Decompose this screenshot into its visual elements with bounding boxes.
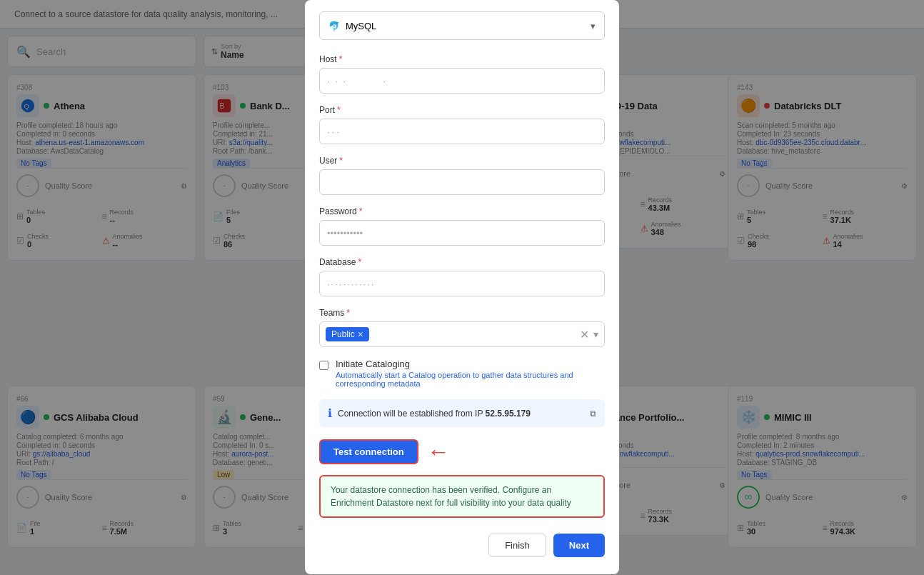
info-text: Connection will be established from IP 5… xyxy=(338,409,531,419)
test-connection-row: Test connection ← xyxy=(305,433,619,471)
finish-button[interactable]: Finish xyxy=(488,534,546,557)
password-label: Password xyxy=(319,206,357,216)
port-label: Port xyxy=(319,105,335,115)
initiate-checkbox[interactable] xyxy=(319,360,328,371)
test-connection-button[interactable]: Test connection xyxy=(319,439,418,464)
password-input[interactable] xyxy=(319,220,605,246)
user-label: User xyxy=(319,156,337,166)
chevron-down-icon: ▾ xyxy=(591,21,596,31)
next-button[interactable]: Next xyxy=(553,534,605,557)
team-tag-label: Public xyxy=(331,329,355,339)
modal-footer: Finish Next xyxy=(305,522,619,560)
tag-close-icon[interactable]: × xyxy=(358,329,363,340)
teams-label: Teams xyxy=(319,308,344,318)
database-input[interactable] xyxy=(319,271,605,296)
host-input[interactable] xyxy=(319,68,605,94)
clear-icon[interactable]: ✕ xyxy=(580,328,589,341)
teams-group: Teams * Public × ✕ ▾ xyxy=(305,302,619,353)
database-label: Database xyxy=(319,257,356,267)
connection-modal: 🐬 MySQL ▾ Host * Port * User * Password xyxy=(305,0,619,574)
success-message: Your datastore connection has been verif… xyxy=(319,475,605,518)
info-box: ℹ Connection will be established from IP… xyxy=(319,399,605,427)
initiate-desc: Automatically start a Catalog operation … xyxy=(336,371,605,388)
host-label: Host xyxy=(319,54,337,64)
connector-select[interactable]: 🐬 MySQL ▾ xyxy=(319,11,605,40)
info-icon: ℹ xyxy=(328,406,332,420)
connector-icon: 🐬 xyxy=(328,21,340,31)
host-group: Host * xyxy=(305,49,619,99)
copy-icon[interactable]: ⧉ xyxy=(590,409,596,419)
user-group: User * xyxy=(305,150,619,201)
password-group: Password * xyxy=(305,201,619,251)
ip-address: 52.5.95.179 xyxy=(486,409,531,419)
success-text: Your datastore connection has been verif… xyxy=(331,485,571,508)
team-tag: Public × xyxy=(326,327,369,341)
arrow-icon: ← xyxy=(427,439,450,465)
connector-label: MySQL xyxy=(346,21,376,31)
port-input[interactable] xyxy=(319,119,605,144)
initiate-cataloging-row: Initiate Cataloging Automatically start … xyxy=(305,353,619,394)
database-group: Database * xyxy=(305,251,619,302)
teams-input[interactable]: Public × ✕ ▾ xyxy=(319,321,605,347)
user-input[interactable] xyxy=(319,169,605,195)
dropdown-icon[interactable]: ▾ xyxy=(593,329,598,340)
port-group: Port * xyxy=(305,99,619,150)
initiate-label: Initiate Cataloging xyxy=(336,359,605,369)
